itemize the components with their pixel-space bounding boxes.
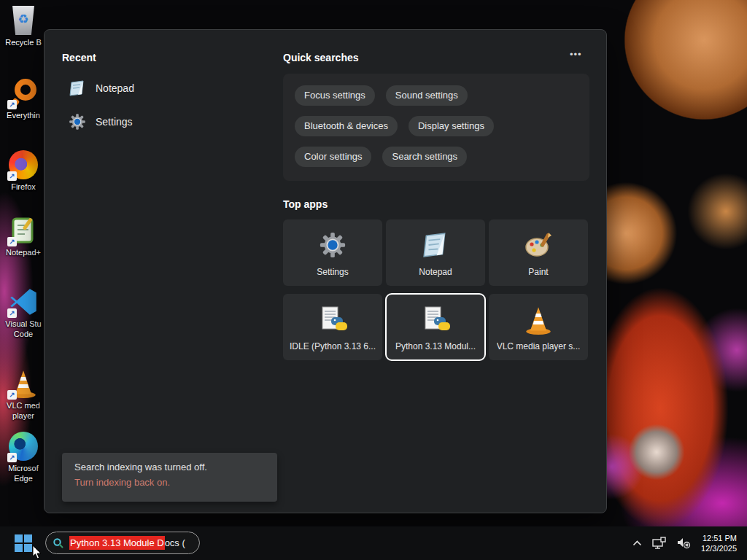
search-query-text: Python 3.13 Module Docs ( [69,537,185,548]
shortcut-arrow-icon: ↗ [7,308,17,318]
top-app-label: Python 3.13 Modul... [395,341,476,351]
top-app-label: Settings [317,267,348,277]
vscode-icon: ↗ [9,287,38,316]
desktop-icon-label: Everythin [0,110,47,120]
quick-search-pill[interactable]: Search settings [382,147,467,167]
quick-search-pill[interactable]: Color settings [295,147,371,167]
notification-message: Search indexing was turned off. [74,462,265,472]
more-options-icon[interactable]: ••• [570,49,582,60]
taskbar: Python 3.13 Module Docs ( 12: [0,526,747,560]
quick-searches-title: Quick searches [283,52,359,63]
search-query-rest: ocs ( [165,537,185,548]
notepad-icon [422,231,449,259]
turn-indexing-on-link[interactable]: Turn indexing back on. [74,477,265,488]
tray-chevron-up-icon[interactable] [632,540,642,546]
top-app-label: Notepad [419,267,452,277]
desktop-icon-label: VLC med player [0,400,47,421]
shortcut-arrow-icon: ↗ [7,453,17,462]
search-icon [53,537,64,549]
desktop-icon-label: Notepad+ [0,247,47,257]
recent-item-notepad[interactable]: Notepad [69,79,134,97]
windows-logo-icon [15,534,32,552]
desktop-icon-vlc[interactable]: ↗ VLC med player [0,369,47,421]
mouse-cursor [32,545,42,560]
tray-volume-muted-icon[interactable] [677,537,692,550]
shortcut-arrow-icon: ↗ [7,237,17,246]
vlc-cone-icon: ↗ [9,369,38,398]
top-app-label: IDLE (Python 3.13 6... [290,341,376,351]
recent-item-label: Notepad [96,82,134,94]
clock-date: 12/3/2025 [701,543,737,553]
clock-time: 12:51 PM [701,533,737,543]
settings-gear-icon [319,231,347,259]
desktop-icon-label: Recycle B [0,37,47,47]
top-app-tile-settings[interactable]: Settings [283,219,382,286]
vlc-cone-icon [524,306,553,335]
taskbar-clock[interactable]: 12:51 PM 12/3/2025 [701,533,737,553]
search-query-highlighted: Python 3.13 Module D [69,536,165,550]
python-document-icon [317,306,349,335]
quick-search-pill[interactable]: Display settings [409,116,494,136]
notepad-icon [69,79,86,97]
shortcut-arrow-icon: ↗ [7,390,17,400]
tray-network-icon[interactable] [651,537,667,550]
recent-item-settings[interactable]: Settings [69,113,133,131]
top-app-tile-python-docs[interactable]: Python 3.13 Modul... [386,294,485,360]
desktop-icon-label: Visual Stu Code [0,319,47,339]
desktop-icon-vscode[interactable]: ↗ Visual Stu Code [0,287,47,339]
indexing-notification: Search indexing was turned off. Turn ind… [62,453,277,502]
taskbar-search-box[interactable]: Python 3.13 Module Docs ( [45,532,200,554]
top-app-tile-vlc[interactable]: VLC media player s... [489,294,588,360]
recent-item-label: Settings [96,116,133,128]
settings-gear-icon [69,113,86,131]
desktop-icon-label: Firefox [0,182,47,192]
edge-icon: ↗ [9,432,38,461]
top-app-tile-notepad[interactable]: Notepad [386,219,485,286]
everything-search-icon: ↗ [9,79,38,108]
quick-search-pill[interactable]: Sound settings [386,85,468,106]
shortcut-arrow-icon: ↗ [7,171,17,181]
notepad-plus-plus-icon: ↗ [9,216,38,245]
recycle-bin-icon: ♻ [9,6,38,35]
desktop-icon-label: Microsof Edge [0,463,47,483]
top-app-label: VLC media player s... [497,341,581,351]
system-tray: 12:51 PM 12/3/2025 [632,526,747,560]
top-app-tile-paint[interactable]: Paint [489,219,588,286]
firefox-icon: ↗ [9,150,38,179]
quick-searches-box: Focus settings Sound settings Bluetooth … [283,74,589,181]
top-app-tile-idle-python[interactable]: IDLE (Python 3.13 6... [283,294,382,360]
top-apps-grid: Settings Notepad [283,219,588,360]
top-apps-title: Top apps [283,198,328,210]
paint-palette-icon [524,231,553,259]
desktop-icon-everything[interactable]: ↗ Everythin [0,79,47,120]
shortcut-arrow-icon: ↗ [7,100,17,109]
python-document-icon [419,306,452,335]
desktop-icon-recycle-bin[interactable]: ♻ Recycle B [0,6,47,47]
search-flyout-panel: Recent Notepad Settings Quick searches •… [44,29,607,513]
recent-section-title: Recent [62,52,96,63]
desktop-icon-firefox[interactable]: ↗ Firefox [0,150,47,192]
quick-search-pill[interactable]: Bluetooth & devices [295,116,398,136]
top-app-label: Paint [528,267,548,277]
desktop-icon-edge[interactable]: ↗ Microsof Edge [0,432,47,483]
desktop-icon-notepad-plus-plus[interactable]: ↗ Notepad+ [0,216,47,257]
quick-search-pill[interactable]: Focus settings [295,85,375,106]
